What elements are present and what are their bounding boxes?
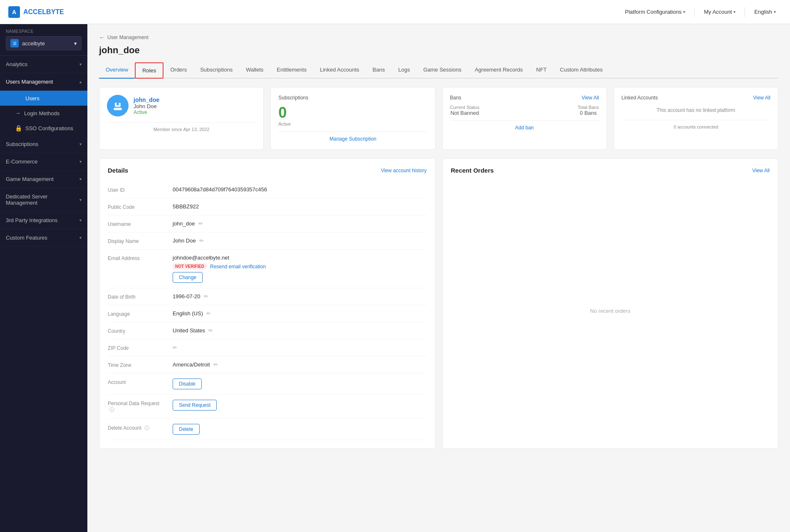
content-area: ← User Management john_doe Overview Role… <box>87 24 790 532</box>
namespace-chevron-icon: ▾ <box>74 40 77 47</box>
public-code-label: Public Code <box>108 203 166 210</box>
not-verified-badge: NOT VERIFIED <box>173 263 207 270</box>
my-account-button[interactable]: My Account ▾ <box>698 5 741 18</box>
email-value: johndoe@accelbyte.net NOT VERIFIED Resen… <box>173 255 427 283</box>
language-button[interactable]: English ▾ <box>748 5 782 18</box>
timezone-edit-icon[interactable]: ✏ <box>213 361 218 368</box>
user-id-label: User ID <box>108 186 166 193</box>
namespace-section: NAMESPACE ☰ accelbyte ▾ <box>0 24 87 56</box>
tab-entitlements[interactable]: Entitlements <box>270 62 313 79</box>
detail-language: Language English (US) ✏ <box>108 305 427 322</box>
change-email-button[interactable]: Change <box>173 272 203 283</box>
delete-account-info-icon[interactable]: ⓘ <box>144 425 149 431</box>
users-management-chevron-icon: ▴ <box>79 79 82 84</box>
zip-label: ZIP Code <box>108 344 166 351</box>
country-value: United States ✏ <box>173 327 427 334</box>
sidebar-subitem-sso-config[interactable]: 🔒 SSO Configurations <box>0 121 87 136</box>
subscriptions-chevron-icon: ▾ <box>79 142 82 146</box>
email-label: Email Address <box>108 255 166 261</box>
dob-edit-icon[interactable]: ✏ <box>204 293 208 299</box>
user-status: Active <box>134 109 159 115</box>
detail-country: Country United States ✏ <box>108 322 427 339</box>
sso-sub-icon: 🔒 <box>15 125 22 131</box>
tab-roles[interactable]: Roles <box>135 62 163 79</box>
bans-view-all-link[interactable]: View All <box>582 95 599 101</box>
zip-edit-icon[interactable]: ✏ <box>173 344 177 351</box>
analytics-chevron-icon: ▾ <box>79 62 82 67</box>
breadcrumb-text: User Management <box>107 35 149 40</box>
send-request-button[interactable]: Send Request <box>173 400 217 411</box>
tab-agreement-records[interactable]: Agreement Records <box>468 62 530 79</box>
sidebar-item-dedicated-server[interactable]: Dedicated Server Management ▾ <box>0 188 87 212</box>
tab-overview[interactable]: Overview <box>99 62 135 79</box>
timezone-value: America/Detroit ✏ <box>173 361 427 368</box>
resend-verification-link[interactable]: Resend email verification <box>210 264 266 270</box>
namespace-selector[interactable]: ☰ accelbyte ▾ <box>6 36 82 50</box>
user-link[interactable]: john_doe <box>134 97 159 103</box>
bans-current-status: Current Status Not Banned <box>450 105 480 116</box>
nav-divider-2 <box>745 7 745 17</box>
timezone-label: Time Zone <box>108 361 166 368</box>
linked-empty-message: This account has no linked platform <box>622 107 770 113</box>
nav-divider <box>694 7 695 17</box>
personal-data-label: Personal Data Request ⓘ <box>108 400 166 413</box>
manage-subscription-link[interactable]: Manage Subscription <box>278 131 427 142</box>
sidebar-subitem-users[interactable]: 👤 Users <box>0 91 87 106</box>
zip-value: ✏ <box>173 344 427 351</box>
tab-orders[interactable]: Orders <box>163 62 193 79</box>
delete-account-actions: Delete <box>173 424 427 435</box>
tab-bans[interactable]: Bans <box>366 62 392 79</box>
display-name-edit-icon[interactable]: ✏ <box>199 238 204 244</box>
recent-orders-header: Recent Orders View All <box>451 167 770 174</box>
tab-subscriptions[interactable]: Subscriptions <box>193 62 239 79</box>
sidebar-item-analytics[interactable]: Analytics ▾ <box>0 56 87 73</box>
detail-zip: ZIP Code ✏ <box>108 339 427 356</box>
recent-orders-view-all-link[interactable]: View All <box>752 168 770 173</box>
total-bans-value: 0 Bans <box>577 110 599 116</box>
bans-card-header: Bans <box>450 95 599 101</box>
tab-nft[interactable]: NFT <box>530 62 553 79</box>
detail-timezone: Time Zone America/Detroit ✏ <box>108 356 427 374</box>
my-account-chevron-icon: ▾ <box>733 10 736 14</box>
display-name-value: John Doe ✏ <box>173 238 427 244</box>
view-account-history-link[interactable]: View account history <box>381 168 427 173</box>
linked-accounts-view-all-link[interactable]: View All <box>753 95 770 101</box>
sidebar-item-3rd-party[interactable]: 3rd Party Integrations ▾ <box>0 212 87 229</box>
sidebar-item-custom-features[interactable]: Custom Features ▾ <box>0 229 87 247</box>
recent-orders-card: Recent Orders View All No recent orders <box>442 158 779 449</box>
sidebar: NAMESPACE ☰ accelbyte ▾ Analytics ▾ User… <box>0 24 87 532</box>
tab-wallets[interactable]: Wallets <box>239 62 270 79</box>
detail-user-id: User ID 00479608a7d84d709f7640359357c456 <box>108 181 427 198</box>
user-info-card: john_doe John Doe Active Member since Ap… <box>99 87 264 150</box>
linked-accounts-card-header: Linked Accounts <box>622 95 770 101</box>
current-status-value: Not Banned <box>450 110 480 116</box>
detail-public-code: Public Code 5BBBZ922 <box>108 198 427 215</box>
sidebar-item-subscriptions[interactable]: Subscriptions ▾ <box>0 136 87 153</box>
platform-configs-chevron-icon: ▾ <box>683 10 685 14</box>
details-card: Details View account history User ID 004… <box>99 158 436 449</box>
bans-total: Total Bans 0 Bans <box>577 105 599 116</box>
tab-custom-attributes[interactable]: Custom Attributes <box>553 62 609 79</box>
sidebar-subitem-login-methods[interactable]: → Login Methods <box>0 106 87 121</box>
sidebar-item-game-management[interactable]: Game Management ▾ <box>0 171 87 188</box>
dedicated-server-chevron-icon: ▾ <box>79 198 82 202</box>
tab-logs[interactable]: Logs <box>391 62 416 79</box>
username-edit-icon[interactable]: ✏ <box>198 220 203 227</box>
country-edit-icon[interactable]: ✏ <box>208 327 213 334</box>
sidebar-item-ecommerce[interactable]: E-Commerce ▾ <box>0 153 87 171</box>
total-bans-label: Total Bans <box>577 105 599 110</box>
breadcrumb[interactable]: ← User Management <box>99 34 778 41</box>
tab-linked-accounts[interactable]: Linked Accounts <box>313 62 366 79</box>
platform-configs-button[interactable]: Platform Configurations ▾ <box>619 5 691 18</box>
disable-account-button[interactable]: Disable <box>173 379 202 389</box>
sidebar-item-users-management[interactable]: Users Management ▴ <box>0 73 87 91</box>
custom-features-chevron-icon: ▾ <box>79 235 82 240</box>
add-ban-link[interactable]: Add ban <box>450 120 599 131</box>
detail-display-name: Display Name John Doe ✏ <box>108 233 427 250</box>
personal-data-info-icon[interactable]: ⓘ <box>109 407 114 413</box>
back-arrow-icon: ← <box>99 34 105 41</box>
tab-game-sessions[interactable]: Game Sessions <box>416 62 468 79</box>
namespace-label: NAMESPACE <box>6 29 82 34</box>
delete-account-button[interactable]: Delete <box>173 424 200 435</box>
language-edit-icon[interactable]: ✏ <box>206 310 211 317</box>
